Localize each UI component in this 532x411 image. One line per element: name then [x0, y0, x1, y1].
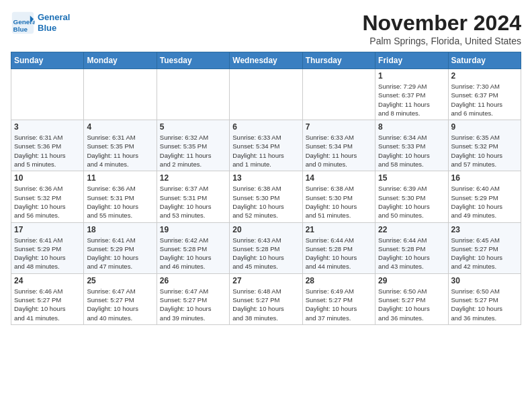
calendar-week: 17Sunrise: 6:41 AM Sunset: 5:29 PM Dayli…: [11, 222, 521, 273]
day-info: Sunrise: 6:44 AM Sunset: 5:28 PM Dayligh…: [306, 236, 372, 271]
calendar-cell: 24Sunrise: 6:46 AM Sunset: 5:27 PM Dayli…: [11, 273, 84, 324]
calendar-cell: 30Sunrise: 6:50 AM Sunset: 5:27 PM Dayli…: [448, 273, 521, 324]
calendar-cell: 4Sunrise: 6:31 AM Sunset: 5:35 PM Daylig…: [84, 120, 157, 171]
calendar-header: SundayMondayTuesdayWednesdayThursdayFrid…: [11, 52, 521, 69]
day-number: 29: [378, 276, 445, 285]
day-info: Sunrise: 6:39 AM Sunset: 5:30 PM Dayligh…: [378, 184, 445, 220]
calendar-cell: [230, 69, 302, 120]
day-info: Sunrise: 6:49 AM Sunset: 5:27 PM Dayligh…: [306, 287, 372, 322]
day-number: 20: [232, 225, 299, 234]
calendar-cell: 9Sunrise: 6:35 AM Sunset: 5:32 PM Daylig…: [448, 120, 521, 171]
day-number: 12: [160, 173, 226, 183]
day-number: 27: [232, 276, 299, 285]
calendar-cell: 13Sunrise: 6:38 AM Sunset: 5:30 PM Dayli…: [230, 171, 302, 222]
day-info: Sunrise: 6:31 AM Sunset: 5:36 PM Dayligh…: [14, 133, 81, 169]
day-number: 1: [378, 71, 445, 81]
calendar-cell: 5Sunrise: 6:32 AM Sunset: 5:35 PM Daylig…: [157, 120, 229, 171]
calendar-cell: 3Sunrise: 6:31 AM Sunset: 5:36 PM Daylig…: [11, 120, 84, 171]
logo-line2: Blue: [38, 23, 70, 34]
calendar-week: 3Sunrise: 6:31 AM Sunset: 5:36 PM Daylig…: [11, 120, 521, 171]
weekday-header: Monday: [84, 52, 157, 69]
day-number: 6: [232, 122, 299, 132]
day-info: Sunrise: 6:48 AM Sunset: 5:27 PM Dayligh…: [232, 287, 299, 322]
day-info: Sunrise: 6:31 AM Sunset: 5:35 PM Dayligh…: [87, 133, 153, 169]
day-number: 19: [160, 225, 226, 234]
calendar-cell: 10Sunrise: 6:36 AM Sunset: 5:32 PM Dayli…: [11, 171, 84, 222]
svg-text:Blue: Blue: [13, 26, 28, 33]
weekday-header: Sunday: [11, 52, 84, 69]
calendar: SundayMondayTuesdayWednesdayThursdayFrid…: [11, 52, 521, 325]
day-number: 3: [14, 122, 81, 132]
calendar-cell: 19Sunrise: 6:42 AM Sunset: 5:28 PM Dayli…: [157, 222, 229, 273]
day-info: Sunrise: 6:33 AM Sunset: 5:34 PM Dayligh…: [232, 133, 299, 169]
day-number: 5: [160, 122, 226, 132]
calendar-cell: 26Sunrise: 6:47 AM Sunset: 5:27 PM Dayli…: [157, 273, 229, 324]
calendar-week: 24Sunrise: 6:46 AM Sunset: 5:27 PM Dayli…: [11, 273, 521, 324]
day-number: 26: [160, 276, 226, 285]
calendar-cell: 8Sunrise: 6:34 AM Sunset: 5:33 PM Daylig…: [375, 120, 448, 171]
day-number: 14: [306, 173, 372, 183]
day-number: 22: [378, 225, 445, 234]
page-header: General Blue General Blue November 2024 …: [11, 11, 521, 46]
day-number: 30: [451, 276, 518, 285]
day-info: Sunrise: 6:35 AM Sunset: 5:32 PM Dayligh…: [451, 133, 518, 169]
day-info: Sunrise: 6:50 AM Sunset: 5:27 PM Dayligh…: [378, 287, 445, 322]
day-number: 8: [378, 122, 445, 132]
day-number: 13: [232, 173, 299, 183]
month-title: November 2024: [362, 11, 521, 36]
day-number: 15: [378, 173, 445, 183]
calendar-cell: 29Sunrise: 6:50 AM Sunset: 5:27 PM Dayli…: [375, 273, 448, 324]
weekday-header: Wednesday: [230, 52, 302, 69]
day-info: Sunrise: 6:36 AM Sunset: 5:32 PM Dayligh…: [14, 184, 81, 220]
calendar-cell: 28Sunrise: 6:49 AM Sunset: 5:27 PM Dayli…: [302, 273, 375, 324]
weekday-header: Friday: [375, 52, 448, 69]
day-number: 9: [451, 122, 518, 132]
weekday-header: Saturday: [448, 52, 521, 69]
day-info: Sunrise: 6:45 AM Sunset: 5:27 PM Dayligh…: [451, 236, 518, 271]
logo: General Blue General Blue: [11, 11, 70, 35]
day-number: 18: [87, 225, 153, 234]
calendar-cell: [157, 69, 229, 120]
calendar-cell: 14Sunrise: 6:38 AM Sunset: 5:30 PM Dayli…: [302, 171, 375, 222]
day-info: Sunrise: 7:29 AM Sunset: 6:37 PM Dayligh…: [378, 82, 445, 118]
day-info: Sunrise: 6:47 AM Sunset: 5:27 PM Dayligh…: [87, 287, 153, 322]
day-info: Sunrise: 6:34 AM Sunset: 5:33 PM Dayligh…: [378, 133, 445, 169]
day-info: Sunrise: 6:33 AM Sunset: 5:34 PM Dayligh…: [306, 133, 372, 169]
calendar-cell: 1Sunrise: 7:29 AM Sunset: 6:37 PM Daylig…: [375, 69, 448, 120]
day-number: 25: [87, 276, 153, 285]
day-info: Sunrise: 6:38 AM Sunset: 5:30 PM Dayligh…: [232, 184, 299, 220]
day-info: Sunrise: 6:38 AM Sunset: 5:30 PM Dayligh…: [306, 184, 372, 220]
calendar-cell: 20Sunrise: 6:43 AM Sunset: 5:28 PM Dayli…: [230, 222, 302, 273]
weekday-header: Thursday: [302, 52, 375, 69]
location: Palm Springs, Florida, United States: [362, 36, 521, 46]
day-info: Sunrise: 6:41 AM Sunset: 5:29 PM Dayligh…: [14, 236, 81, 271]
day-info: Sunrise: 6:47 AM Sunset: 5:27 PM Dayligh…: [160, 287, 226, 322]
day-info: Sunrise: 6:32 AM Sunset: 5:35 PM Dayligh…: [160, 133, 226, 169]
calendar-cell: 17Sunrise: 6:41 AM Sunset: 5:29 PM Dayli…: [11, 222, 84, 273]
calendar-cell: 6Sunrise: 6:33 AM Sunset: 5:34 PM Daylig…: [230, 120, 302, 171]
calendar-cell: 7Sunrise: 6:33 AM Sunset: 5:34 PM Daylig…: [302, 120, 375, 171]
weekday-header: Tuesday: [157, 52, 229, 69]
calendar-cell: 2Sunrise: 7:30 AM Sunset: 6:37 PM Daylig…: [448, 69, 521, 120]
calendar-cell: 21Sunrise: 6:44 AM Sunset: 5:28 PM Dayli…: [302, 222, 375, 273]
logo-icon: General Blue: [11, 11, 35, 35]
calendar-cell: 16Sunrise: 6:40 AM Sunset: 5:29 PM Dayli…: [448, 171, 521, 222]
day-info: Sunrise: 6:46 AM Sunset: 5:27 PM Dayligh…: [14, 287, 81, 322]
day-number: 17: [14, 225, 81, 234]
day-info: Sunrise: 6:42 AM Sunset: 5:28 PM Dayligh…: [160, 236, 226, 271]
day-info: Sunrise: 6:43 AM Sunset: 5:28 PM Dayligh…: [232, 236, 299, 271]
calendar-week: 10Sunrise: 6:36 AM Sunset: 5:32 PM Dayli…: [11, 171, 521, 222]
day-number: 16: [451, 173, 518, 183]
day-info: Sunrise: 6:44 AM Sunset: 5:28 PM Dayligh…: [378, 236, 445, 271]
day-info: Sunrise: 6:37 AM Sunset: 5:31 PM Dayligh…: [160, 184, 226, 220]
calendar-cell: [11, 69, 84, 120]
calendar-cell: 11Sunrise: 6:36 AM Sunset: 5:31 PM Dayli…: [84, 171, 157, 222]
calendar-cell: 25Sunrise: 6:47 AM Sunset: 5:27 PM Dayli…: [84, 273, 157, 324]
day-number: 4: [87, 122, 153, 132]
day-number: 23: [451, 225, 518, 234]
calendar-cell: [84, 69, 157, 120]
calendar-week: 1Sunrise: 7:29 AM Sunset: 6:37 PM Daylig…: [11, 69, 521, 120]
calendar-cell: 18Sunrise: 6:41 AM Sunset: 5:29 PM Dayli…: [84, 222, 157, 273]
calendar-cell: 15Sunrise: 6:39 AM Sunset: 5:30 PM Dayli…: [375, 171, 448, 222]
logo-line1: General: [38, 12, 70, 23]
